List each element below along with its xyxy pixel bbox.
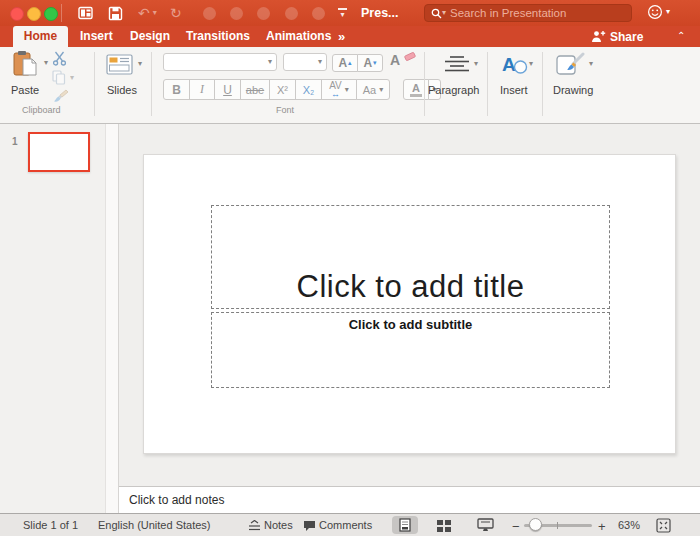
- zoom-slider-detent: [557, 522, 558, 529]
- tab-design[interactable]: Design: [130, 26, 170, 47]
- slide-sorter-view-button[interactable]: [430, 516, 456, 534]
- grow-font-button[interactable]: A ▴: [332, 54, 358, 72]
- cut-button[interactable]: [52, 51, 67, 70]
- italic-button[interactable]: I: [189, 79, 215, 100]
- drawing-icon: [556, 52, 586, 76]
- minimize-window-button[interactable]: [27, 7, 41, 21]
- font-size-buttons: A ▴ A ▾: [333, 53, 383, 72]
- save-button[interactable]: [108, 5, 123, 21]
- comments-toggle-label[interactable]: Comments: [319, 519, 372, 531]
- clear-formatting-button[interactable]: A: [390, 51, 416, 69]
- tab-transitions[interactable]: Transitions: [186, 26, 250, 47]
- fit-to-window-icon: [656, 518, 671, 533]
- subtitle-placeholder-text: Click to add subtitle: [212, 317, 609, 332]
- slideshow-view-button[interactable]: [472, 516, 498, 534]
- panel-scrollbar-gutter[interactable]: [105, 124, 118, 513]
- share-label: Share: [610, 30, 643, 44]
- title-placeholder[interactable]: Click to add title: [211, 205, 610, 309]
- share-person-icon: [591, 30, 606, 43]
- zoom-out-button[interactable]: −: [512, 519, 520, 534]
- zoom-window-button[interactable]: [44, 7, 58, 21]
- notes-icon: [248, 520, 261, 531]
- feedback-button[interactable]: ▾: [647, 4, 670, 20]
- search-icon: [431, 8, 442, 19]
- normal-view-button[interactable]: [392, 516, 418, 534]
- strikethrough-button[interactable]: abe: [240, 79, 270, 100]
- slides-button[interactable]: [106, 54, 133, 79]
- tab-animations[interactable]: Animations: [266, 26, 331, 47]
- slide-thumbnail-panel: 1: [0, 124, 105, 513]
- notes-toggle[interactable]: [248, 520, 261, 532]
- slide-count: Slide 1 of 1: [23, 519, 78, 531]
- insert-button[interactable]: A: [500, 52, 528, 80]
- powerpoint-window: ↶ ▾ ↻ ▾ Pres... ▾: [0, 0, 700, 536]
- paste-label: Paste: [11, 84, 39, 96]
- zoom-slider-handle[interactable]: [529, 518, 542, 531]
- tab-insert[interactable]: Insert: [80, 26, 113, 47]
- grow-font-letter: A: [338, 56, 347, 70]
- notes-toggle-label[interactable]: Notes: [264, 519, 293, 531]
- change-case-button[interactable]: Aa ▾: [356, 79, 390, 100]
- clear-formatting-letter: A: [390, 52, 400, 68]
- collapse-ribbon-button[interactable]: ⌃: [677, 30, 685, 41]
- redo-icon: ↻: [170, 5, 182, 21]
- search-scope-dropdown-icon: ▾: [442, 9, 446, 17]
- slide-canvas[interactable]: Click to add title Click to add subtitle: [143, 154, 676, 454]
- fit-slide-to-window-button[interactable]: [656, 518, 671, 535]
- close-window-button[interactable]: [10, 7, 24, 21]
- copy-dropdown-icon[interactable]: ▾: [70, 74, 74, 82]
- slide-thumbnail[interactable]: [28, 132, 90, 172]
- customize-dropdown-icon: ▾: [338, 11, 347, 19]
- customize-quick-access-button[interactable]: ▾: [338, 8, 347, 19]
- copy-icon: [52, 70, 66, 85]
- drawing-button[interactable]: [556, 52, 586, 80]
- subscript-button[interactable]: X₂: [295, 79, 322, 100]
- character-spacing-button[interactable]: AV ↔ ▾: [321, 79, 357, 100]
- slides-dropdown-icon[interactable]: ▾: [138, 60, 142, 68]
- ribbon: ▾ Paste ▾ Clipboard: [0, 47, 700, 124]
- comments-toggle[interactable]: [303, 520, 316, 533]
- paste-dropdown-icon[interactable]: ▾: [44, 59, 48, 67]
- underline-button[interactable]: U: [214, 79, 241, 100]
- zoom-level[interactable]: 63%: [618, 519, 640, 531]
- font-name-dropdown-icon: ▾: [268, 58, 272, 66]
- paragraph-dropdown-icon[interactable]: ▾: [474, 60, 478, 68]
- share-button[interactable]: Share: [591, 26, 643, 47]
- more-tabs-button[interactable]: »: [338, 26, 345, 47]
- grow-font-arrow-icon: ▴: [348, 59, 352, 67]
- search-box[interactable]: ▾: [424, 4, 632, 22]
- superscript-button[interactable]: X²: [269, 79, 296, 100]
- tab-home[interactable]: Home: [13, 26, 68, 47]
- font-color-button[interactable]: A: [403, 79, 429, 100]
- insert-label: Insert: [500, 84, 528, 96]
- disabled-toolbar-icon: [203, 7, 216, 20]
- font-size-combobox[interactable]: ▾: [283, 53, 327, 71]
- slides-label: Slides: [107, 84, 137, 96]
- drawing-label: Drawing: [553, 84, 593, 96]
- new-presentation-button[interactable]: [78, 5, 94, 21]
- paste-button[interactable]: [10, 50, 40, 82]
- undo-button[interactable]: ↶ ▾: [138, 5, 157, 21]
- paragraph-button[interactable]: [444, 55, 470, 77]
- zoom-in-button[interactable]: +: [598, 519, 606, 534]
- slides-icon: [106, 54, 133, 75]
- shrink-font-button[interactable]: A ▾: [357, 54, 383, 72]
- redo-button[interactable]: ↻: [170, 5, 182, 21]
- shrink-font-arrow-icon: ▾: [373, 59, 377, 67]
- search-input[interactable]: [450, 7, 625, 19]
- insert-dropdown-icon[interactable]: ▾: [529, 60, 533, 68]
- subtitle-placeholder[interactable]: Click to add subtitle: [211, 312, 610, 388]
- insert-shape-icon: A: [500, 52, 528, 76]
- cut-icon: [52, 51, 67, 66]
- notes-pane[interactable]: Click to add notes: [119, 486, 700, 513]
- font-color-swatch: [410, 94, 422, 97]
- eraser-icon: [403, 51, 416, 63]
- font-format-buttons: B I U abe X² X₂ AV ↔ ▾ Aa ▾: [163, 79, 390, 100]
- font-name-combobox[interactable]: ▾: [163, 53, 277, 71]
- copy-button[interactable]: [52, 70, 66, 89]
- bold-button[interactable]: B: [163, 79, 190, 100]
- drawing-dropdown-icon[interactable]: ▾: [589, 60, 593, 68]
- change-case-dropdown-icon: ▾: [379, 86, 383, 94]
- group-divider: [94, 52, 95, 116]
- language-indicator[interactable]: English (United States): [98, 519, 211, 531]
